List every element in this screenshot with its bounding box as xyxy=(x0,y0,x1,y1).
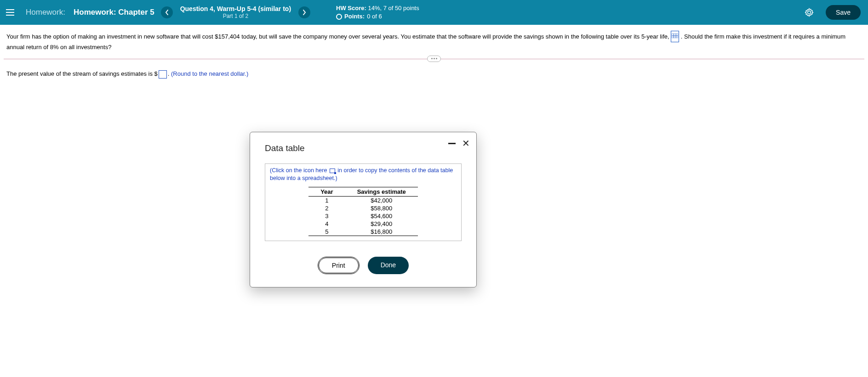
data-table-icon[interactable] xyxy=(671,31,679,42)
score-block: HW Score: 14%, 7 of 50 points Points: 0 … xyxy=(336,4,419,21)
hw-score-label: HW Score: xyxy=(336,5,366,11)
answer-round-note: (Round to the nearest dollar.) xyxy=(171,70,248,77)
menu-icon[interactable] xyxy=(5,7,16,18)
next-question-button[interactable] xyxy=(298,6,310,18)
answer-line: The present value of the stream of savin… xyxy=(0,59,868,90)
section-divider xyxy=(4,59,864,59)
app-header: Homework: Homework: Chapter 5 Question 4… xyxy=(0,0,868,25)
chevron-right-icon xyxy=(303,10,306,15)
header-center: Question 4, Warm-Up 5-4 (similar to) Par… xyxy=(161,4,798,21)
hw-score-value: 14%, 7 of 50 points xyxy=(366,5,419,11)
points-value: 0 of 6 xyxy=(367,12,382,21)
save-button[interactable]: Save xyxy=(826,5,861,20)
chevron-left-icon xyxy=(165,10,169,15)
answer-suffix: . xyxy=(168,70,171,77)
homework-title: Homework: Chapter 5 xyxy=(74,8,154,17)
points-label: Points: xyxy=(344,12,365,21)
answer-input[interactable] xyxy=(159,70,167,79)
gear-icon[interactable] xyxy=(805,8,814,17)
prev-question-button[interactable] xyxy=(161,6,173,18)
divider-handle[interactable] xyxy=(427,56,441,62)
homework-label: Homework: xyxy=(26,8,65,17)
answer-prefix: The present value of the stream of savin… xyxy=(6,70,158,77)
question-part: Part 1 of 2 xyxy=(180,13,291,20)
points-status-icon xyxy=(336,14,342,20)
question-text-a: Your firm has the option of making an in… xyxy=(6,33,671,40)
question-text: Your firm has the option of making an in… xyxy=(0,25,868,52)
question-block: Question 4, Warm-Up 5-4 (similar to) Par… xyxy=(180,5,291,20)
question-title: Question 4, Warm-Up 5-4 (similar to) xyxy=(180,5,291,13)
